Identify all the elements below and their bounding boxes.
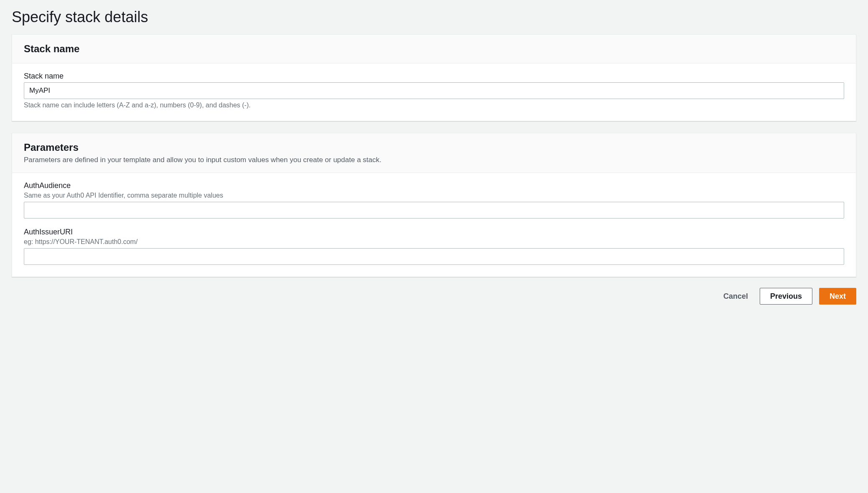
cancel-button[interactable]: Cancel — [718, 288, 753, 305]
auth-issuer-uri-field: AuthIssuerURI eg: https://YOUR-TENANT.au… — [24, 228, 844, 265]
stack-name-panel: Stack name Stack name Stack name can inc… — [12, 34, 856, 121]
auth-audience-description: Same as your Auth0 API Identifier, comma… — [24, 192, 844, 199]
previous-button[interactable]: Previous — [760, 288, 812, 305]
parameters-panel-body: AuthAudience Same as your Auth0 API Iden… — [12, 173, 856, 277]
parameters-description: Parameters are defined in your template … — [24, 156, 844, 164]
stack-name-field: Stack name Stack name can include letter… — [24, 72, 844, 109]
button-row: Cancel Previous Next — [12, 288, 856, 305]
auth-issuer-uri-input[interactable] — [24, 248, 844, 265]
next-button[interactable]: Next — [819, 288, 856, 305]
auth-audience-input[interactable] — [24, 202, 844, 219]
stack-name-label: Stack name — [24, 72, 844, 81]
parameters-panel: Parameters Parameters are defined in you… — [12, 133, 856, 277]
parameters-panel-header: Parameters Parameters are defined in you… — [12, 133, 856, 173]
page-title: Specify stack details — [12, 8, 856, 26]
stack-name-panel-body: Stack name Stack name can include letter… — [12, 64, 856, 121]
auth-issuer-uri-label: AuthIssuerURI — [24, 228, 844, 236]
auth-issuer-uri-description: eg: https://YOUR-TENANT.auth0.com/ — [24, 238, 844, 246]
stack-name-panel-header: Stack name — [12, 35, 856, 64]
auth-audience-label: AuthAudience — [24, 181, 844, 190]
auth-audience-field: AuthAudience Same as your Auth0 API Iden… — [24, 181, 844, 219]
stack-name-heading: Stack name — [24, 43, 844, 55]
stack-name-input[interactable] — [24, 82, 844, 99]
parameters-heading: Parameters — [24, 142, 844, 153]
stack-name-hint: Stack name can include letters (A-Z and … — [24, 102, 844, 109]
